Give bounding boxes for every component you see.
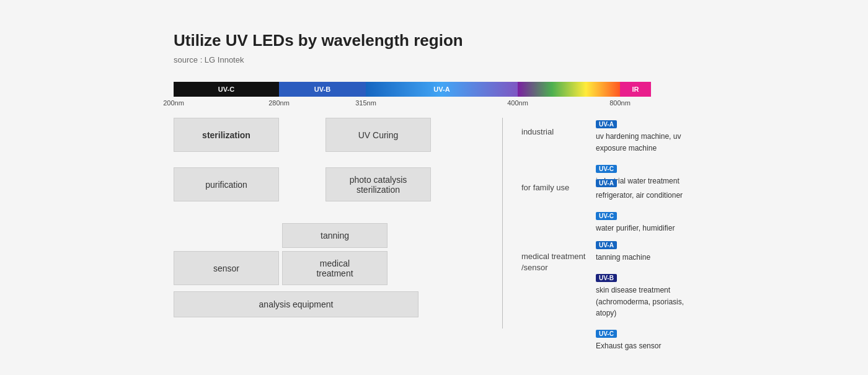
medical-text-3: Exhaust gas sensor	[596, 342, 661, 350]
page-title: Utilize UV LEDs by wavelength region	[174, 31, 694, 50]
uvc-segment: UV-C	[174, 82, 279, 97]
categories-column: sterilization UV Curing purification pho…	[174, 118, 484, 329]
badge-uvc-industrial: UV-C	[596, 165, 617, 173]
analysis-box: analysis equipment	[174, 291, 418, 317]
medtreatment-label: medical treatment	[316, 258, 353, 278]
family-text-1: refrigerator, air conditioner	[596, 191, 683, 200]
source-label: source : LG Innotek	[174, 55, 694, 64]
badge-uvc-medical: UV-C	[596, 330, 617, 338]
uva-segment: UV-A	[366, 82, 518, 97]
divider	[502, 118, 503, 329]
uvb-segment: UV-B	[279, 82, 366, 97]
sterilization-box: sterilization	[174, 118, 279, 152]
photocatalysis-label: photo catalysis sterilization	[350, 175, 407, 195]
label-400nm: 400nm	[507, 99, 528, 107]
sterilization-label: sterilization	[202, 130, 250, 140]
main-content: sterilization UV Curing purification pho…	[174, 118, 694, 329]
uvcuring-box: UV Curing	[326, 118, 431, 152]
purification-box: purification	[174, 167, 279, 201]
purification-label: purification	[205, 180, 247, 190]
group-medical-label: medical treatment /sensor	[521, 251, 585, 273]
medical-item-1: UV-A tanning machine	[596, 239, 694, 263]
label-200nm: 200nm	[163, 99, 184, 107]
medical-text-1: tanning machine	[596, 253, 650, 262]
medical-item-3: UV-C Exhaust gas sensor	[596, 327, 694, 351]
tanning-box: tanning	[282, 223, 388, 248]
badge-uva-medical: UV-A	[596, 241, 617, 249]
sensor-label: sensor	[213, 263, 239, 273]
tanning-label: tanning	[321, 231, 349, 240]
photocatalysis-box: photo catalysis sterilization	[326, 167, 431, 201]
analysis-label: analysis equipment	[259, 299, 334, 309]
medical-item-2: UV-B skin disease treatment (achromoderm…	[596, 271, 694, 319]
family-items: UV-A refrigerator, air conditioner UV-C …	[596, 177, 683, 242]
family-item-2: UV-C water purifier, humidifier	[596, 210, 683, 234]
group-family-label: for family use	[521, 183, 569, 192]
badge-uva-industrial: UV-A	[596, 120, 617, 128]
medical-items: UV-A tanning machine UV-B skin disease t…	[596, 239, 694, 360]
uvcuring-label: UV Curing	[358, 130, 399, 140]
group-industrial-label: industrial	[521, 127, 554, 136]
label-280nm: 280nm	[268, 99, 290, 107]
right-column: industrial UV-A uv hardening machine, uv…	[521, 118, 694, 329]
industrial-text-1: uv hardening machine, uv exposure machin…	[596, 132, 681, 152]
badge-uva-family: UV-A	[596, 179, 617, 187]
label-800nm: 800nm	[609, 99, 631, 107]
badge-uvb-medical: UV-B	[596, 274, 617, 282]
medtreatment-box: medical treatment	[282, 251, 388, 285]
family-item-1: UV-A refrigerator, air conditioner	[596, 177, 683, 201]
sensor-box: sensor	[174, 251, 279, 285]
badge-uvc-family: UV-C	[596, 212, 617, 220]
label-315nm: 315nm	[355, 99, 376, 107]
spectrum-wrapper: UV-C UV-B UV-A IR 200nm 280nm 315nm 400n…	[174, 82, 694, 99]
ir-segment: IR	[620, 82, 651, 97]
family-text-2: water purifier, humidifier	[596, 224, 675, 232]
visible-segment	[518, 82, 620, 97]
industrial-item-1: UV-A uv hardening machine, uv exposure m…	[596, 118, 694, 154]
medical-text-2: skin disease treatment (achromoderma, ps…	[596, 286, 684, 318]
spectrum-bar: UV-C UV-B UV-A IR	[174, 82, 651, 97]
